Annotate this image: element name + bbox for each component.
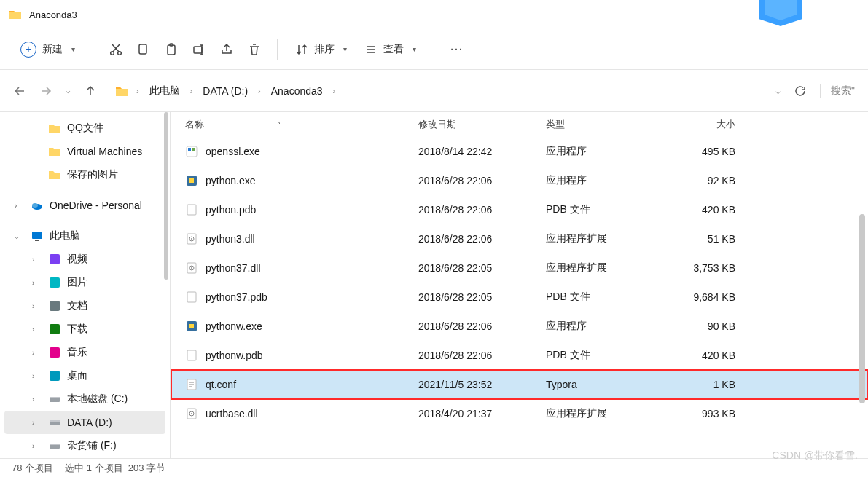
table-row[interactable]: python.pdb2018/6/28 22:06PDB 文件420 KB	[171, 195, 868, 224]
expand-icon[interactable]: ›	[15, 202, 25, 210]
sidebar-item[interactable]: ⌵此电脑	[0, 224, 170, 248]
docs-icon	[48, 299, 61, 312]
sidebar-scrollbar[interactable]	[164, 112, 168, 458]
sidebar-item[interactable]: ›音乐	[0, 341, 170, 364]
sidebar-item[interactable]: ›杂货铺 (F:)	[0, 434, 170, 457]
svg-rect-7	[194, 47, 202, 53]
pictures-icon	[48, 276, 61, 289]
sidebar-item[interactable]: Virtual Machines	[0, 140, 170, 163]
address-chevron-icon[interactable]: ⌵	[775, 86, 781, 96]
chevron-right-icon: ›	[136, 87, 139, 95]
sidebar-label: 下载	[67, 323, 87, 336]
table-row[interactable]: pythonw.exe2018/6/28 22:06应用程序90 KB	[171, 312, 868, 341]
sidebar-label: 保存的图片	[67, 168, 118, 181]
expand-icon[interactable]: ›	[32, 302, 42, 310]
plus-icon: +	[20, 42, 36, 58]
delete-icon[interactable]	[242, 37, 267, 62]
history-chevron-icon[interactable]: ⌵	[66, 86, 71, 95]
file-icon	[185, 232, 198, 245]
sidebar-item[interactable]: ›图片	[0, 271, 170, 294]
sidebar-item[interactable]: QQ文件	[0, 117, 170, 140]
breadcrumb-item[interactable]: 此电脑	[146, 83, 183, 99]
file-size: 92 KB	[662, 175, 735, 186]
expand-icon[interactable]: ›	[32, 395, 42, 403]
file-type: PDB 文件	[546, 349, 662, 362]
copy-icon[interactable]	[131, 37, 156, 62]
sidebar-label: 文档	[67, 299, 87, 312]
up-button[interactable]	[84, 84, 97, 98]
table-row[interactable]: openssl.exe2018/8/14 22:42应用程序495 KB	[171, 137, 868, 166]
table-row[interactable]: python37.pdb2018/6/28 22:05PDB 文件9,684 K…	[171, 283, 868, 312]
sidebar-label: 桌面	[67, 369, 87, 382]
expand-icon[interactable]: ›	[32, 256, 42, 264]
svg-rect-37	[187, 350, 196, 360]
file-icon	[185, 291, 198, 304]
sidebar-item[interactable]: ›下载	[0, 318, 170, 341]
file-name: python37.pdb	[206, 291, 267, 303]
svg-rect-21	[50, 420, 60, 422]
file-list: 名称˄ 修改日期 类型 大小 openssl.exe2018/8/14 22:4…	[171, 112, 868, 458]
cut-icon[interactable]	[103, 37, 128, 62]
sort-asc-icon: ˄	[277, 121, 281, 129]
table-row[interactable]: pythonw.pdb2018/6/28 22:06PDB 文件420 KB	[171, 341, 868, 370]
sidebar-item[interactable]: 保存的图片	[0, 163, 170, 186]
svg-rect-16	[50, 347, 60, 358]
file-name: ucrtbase.dll	[206, 408, 258, 419]
expand-icon[interactable]: ›	[32, 349, 42, 357]
forward-button[interactable]	[39, 84, 52, 98]
status-bar: 78 个项目 选中 1 个项目 203 字节	[0, 458, 868, 477]
expand-icon[interactable]: ›	[32, 442, 42, 450]
expand-icon[interactable]: ›	[32, 372, 42, 380]
file-type: PDB 文件	[546, 203, 662, 216]
back-button[interactable]	[13, 84, 26, 98]
breadcrumb-item[interactable]: Anaconda3	[268, 84, 326, 98]
col-name[interactable]: 名称	[185, 118, 204, 131]
breadcrumb[interactable]: › 此电脑 › DATA (D:) › Anaconda3 ›	[107, 78, 765, 104]
chevron-right-icon: ›	[333, 87, 336, 95]
new-button[interactable]: + 新建 ▾	[13, 37, 82, 62]
svg-point-9	[32, 203, 38, 208]
file-size: 90 KB	[662, 320, 735, 332]
desktop-icon	[48, 369, 61, 382]
view-button[interactable]: 查看 ▾	[357, 39, 423, 60]
sidebar-item[interactable]: ›本地磁盘 (C:)	[0, 387, 170, 411]
expand-icon[interactable]: ›	[32, 419, 42, 427]
col-type[interactable]: 类型	[546, 118, 662, 131]
svg-point-31	[191, 238, 192, 240]
sidebar-item[interactable]: ›DATA (D:)	[4, 411, 165, 434]
sidebar-item[interactable]: ›OneDrive - Personal	[0, 194, 170, 217]
table-row[interactable]: ucrtbase.dll2018/4/20 21:37应用程序扩展993 KB	[171, 399, 868, 428]
more-icon[interactable]: ···	[445, 37, 469, 62]
svg-rect-35	[187, 292, 196, 302]
refresh-button[interactable]	[794, 84, 807, 98]
table-row[interactable]: python37.dll2018/6/28 22:05应用程序扩展3,753 K…	[171, 253, 868, 283]
breadcrumb-item[interactable]: DATA (D:)	[200, 84, 251, 98]
file-date: 2018/6/28 22:06	[418, 175, 546, 186]
content-scrollbar[interactable]	[859, 112, 865, 458]
col-size[interactable]: 大小	[662, 118, 735, 131]
table-row[interactable]: python3.dll2018/6/28 22:06应用程序扩展51 KB	[171, 224, 868, 253]
paste-icon[interactable]	[159, 37, 184, 62]
expand-icon[interactable]: ›	[32, 279, 42, 287]
sort-button[interactable]: 排序 ▾	[288, 39, 354, 60]
sidebar-item[interactable]: ›视频	[0, 248, 170, 271]
table-row[interactable]: python.exe2018/6/28 22:06应用程序92 KB	[171, 166, 868, 195]
table-row[interactable]: qt.conf2021/11/5 23:52Typora1 KB	[171, 370, 868, 399]
sidebar-label: 音乐	[67, 346, 87, 359]
search-input[interactable]: 搜索"	[820, 84, 855, 98]
folder-icon	[114, 84, 129, 98]
sidebar-item[interactable]: ›桌面	[0, 364, 170, 387]
share-icon[interactable]	[214, 37, 239, 62]
file-name: pythonw.pdb	[206, 350, 263, 361]
rename-icon[interactable]	[187, 37, 211, 62]
sidebar-item[interactable]: ›文档	[0, 294, 170, 318]
expand-icon[interactable]: ›	[32, 326, 42, 334]
file-size: 420 KB	[662, 204, 735, 216]
file-type: 应用程序	[546, 174, 662, 187]
expand-icon[interactable]: ⌵	[15, 232, 25, 240]
column-header[interactable]: 名称˄ 修改日期 类型 大小	[171, 112, 868, 137]
sidebar-label: 图片	[67, 276, 87, 289]
svg-rect-26	[192, 148, 195, 151]
col-date[interactable]: 修改日期	[418, 118, 546, 131]
sidebar-label: Virtual Machines	[67, 146, 142, 157]
